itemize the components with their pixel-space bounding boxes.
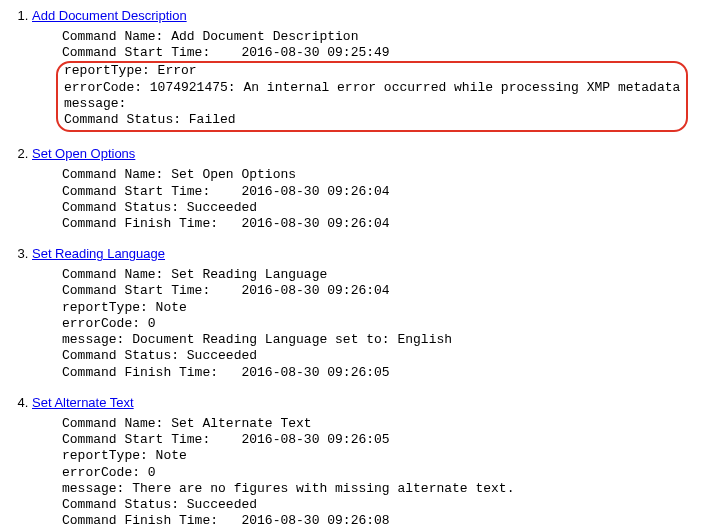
error-highlight-box: reportType: Error errorCode: 1074921475:…	[56, 61, 688, 132]
detail-line: Command Name: Set Open Options	[62, 167, 296, 182]
command-item: Add Document Description Command Name: A…	[32, 8, 705, 132]
detail-line: Command Start Time: 2016-08-30 09:26:04	[62, 283, 390, 298]
detail-line: Command Status: Succeeded	[62, 200, 257, 215]
detail-line: reportType: Error	[64, 63, 197, 78]
detail-line: Command Status: Failed	[64, 112, 236, 127]
detail-line: errorCode: 0	[62, 316, 156, 331]
command-title-link[interactable]: Add Document Description	[32, 8, 187, 23]
detail-line: Command Finish Time: 2016-08-30 09:26:08	[62, 513, 390, 524]
detail-line: Command Status: Succeeded	[62, 497, 257, 512]
detail-line: Command Finish Time: 2016-08-30 09:26:05	[62, 365, 390, 380]
detail-line: Command Name: Set Reading Language	[62, 267, 327, 282]
detail-line: Command Finish Time: 2016-08-30 09:26:04	[62, 216, 390, 231]
detail-line: reportType: Note	[62, 300, 187, 315]
detail-line: Command Start Time: 2016-08-30 09:26:05	[62, 432, 390, 447]
detail-line: Command Status: Succeeded	[62, 348, 257, 363]
detail-line: errorCode: 1074921475: An internal error…	[64, 80, 680, 95]
command-item: Set Reading Language Command Name: Set R…	[32, 246, 705, 381]
detail-line: Command Start Time: 2016-08-30 09:26:04	[62, 184, 390, 199]
command-details: Command Name: Set Reading Language Comma…	[62, 267, 705, 381]
command-details: Command Name: Set Open Options Command S…	[62, 167, 705, 232]
detail-line: message: Document Reading Language set t…	[62, 332, 452, 347]
detail-line: Command Name: Set Alternate Text	[62, 416, 312, 431]
command-details: Command Name: Set Alternate Text Command…	[62, 416, 705, 524]
detail-line: Command Start Time: 2016-08-30 09:25:49	[62, 45, 390, 60]
detail-line: errorCode: 0	[62, 465, 156, 480]
detail-line: message: There are no figures with missi…	[62, 481, 514, 496]
detail-line: message:	[64, 96, 126, 111]
command-item: Set Open Options Command Name: Set Open …	[32, 146, 705, 232]
command-title-link[interactable]: Set Reading Language	[32, 246, 165, 261]
command-title-link[interactable]: Set Open Options	[32, 146, 135, 161]
command-item: Set Alternate Text Command Name: Set Alt…	[32, 395, 705, 524]
detail-line: Command Name: Add Document Description	[62, 29, 358, 44]
detail-line: reportType: Note	[62, 448, 187, 463]
command-title-link[interactable]: Set Alternate Text	[32, 395, 134, 410]
command-details: Command Name: Add Document Description C…	[62, 29, 705, 133]
command-log-list: Add Document Description Command Name: A…	[8, 8, 705, 524]
